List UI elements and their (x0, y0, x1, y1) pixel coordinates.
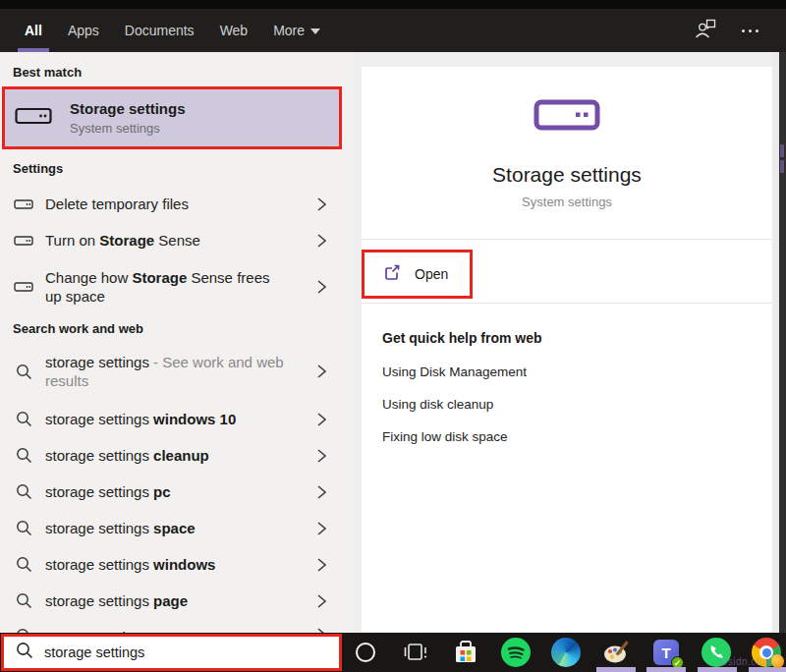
best-match-subtitle: System settings (70, 121, 186, 136)
chevron-right-icon (316, 197, 326, 211)
web-suggestion-label: storage settings windows (45, 555, 288, 574)
search-icon (13, 556, 34, 573)
taskbar-search-box[interactable] (1, 634, 342, 671)
tab-web-label: Web (220, 23, 249, 38)
web-suggestion-page[interactable]: storage settings page (0, 583, 354, 619)
settings-item-change-how-storage-sense-frees-up-space[interactable]: Change how Storage Sense frees up space (0, 258, 354, 315)
storage-drive-icon (13, 281, 34, 293)
chevron-right-icon (316, 449, 326, 463)
search-input[interactable] (44, 644, 339, 660)
settings-section-header: Settings (13, 161, 354, 177)
search-icon (13, 520, 34, 536)
web-suggestion-label: storage settings - See work and web resu… (45, 353, 288, 390)
web-suggestion-label: storage settings windows 10 (45, 410, 288, 428)
web-suggestion-label: storage settings pc (45, 482, 288, 501)
running-indicator (596, 667, 636, 672)
tab-all-label: All (25, 23, 42, 38)
web-suggestion-label: storage settings space (45, 519, 288, 537)
chevron-right-icon (316, 413, 326, 426)
web-suggestion-cleanup[interactable]: storage settings cleanup (0, 437, 354, 474)
settings-item-delete-temporary-files[interactable]: Delete temporary files (0, 186, 354, 222)
teams-icon[interactable]: T✓ (650, 637, 682, 668)
watermark-text: wsidn.club (720, 656, 771, 667)
web-suggestion-windows-10[interactable]: storage settings windows 10 (0, 401, 354, 437)
chevron-right-icon (316, 522, 326, 535)
search-filter-tabs: All Apps Documents Web More (0, 9, 327, 52)
web-suggestion-windows[interactable]: storage settings windows (0, 546, 354, 583)
tab-all[interactable]: All (18, 9, 49, 52)
search-top-bar: All Apps Documents Web More (0, 0, 786, 52)
cortana-icon[interactable] (350, 637, 381, 668)
preview-title: Storage settings (362, 163, 772, 187)
tab-more[interactable]: More (266, 9, 327, 52)
help-link-disk-management[interactable]: Using Disk Management (382, 364, 527, 379)
window-edge-strip (779, 52, 786, 633)
web-suggestion-space[interactable]: storage settings space (0, 510, 354, 546)
preview-card: Storage settings System settings Open Ge… (362, 67, 772, 632)
chevron-right-icon (316, 485, 326, 499)
web-suggestion-label: storage settings cleanup (45, 446, 288, 465)
storage-drive-icon (13, 235, 34, 247)
help-link-disk-cleanup[interactable]: Using disk cleanup (382, 397, 493, 412)
storage-drive-icon (15, 105, 52, 131)
task-view-icon[interactable] (400, 637, 431, 668)
settings-item-label: Turn on Storage Sense (45, 231, 288, 250)
chevron-down-icon (310, 28, 320, 34)
storage-drive-large-icon (362, 98, 772, 132)
help-link-low-disk-space[interactable]: Fixing low disk space (382, 429, 508, 444)
result-preview-panel: Storage settings System settings Open Ge… (354, 52, 786, 633)
running-indicator (749, 667, 786, 672)
notification-overlay (771, 654, 784, 668)
chevron-right-icon (316, 234, 326, 248)
open-button[interactable]: Open (362, 250, 473, 299)
open-button-label: Open (415, 266, 448, 282)
search-results-panel: Best match Storage settings System setti… (0, 52, 354, 633)
settings-item-turn-on-storage-sense[interactable]: Turn on Storage Sense (0, 222, 354, 258)
best-match-result-storage-settings[interactable]: Storage settings System settings (2, 86, 342, 149)
web-suggestion-see-results[interactable]: storage settings - See work and web resu… (0, 346, 354, 397)
ellipsis-menu-icon[interactable] (742, 29, 758, 32)
tab-apps[interactable]: Apps (61, 9, 106, 52)
search-icon (13, 364, 34, 380)
search-icon (16, 642, 33, 663)
tab-more-label: More (273, 23, 305, 38)
search-icon (13, 411, 34, 427)
divider (362, 239, 772, 240)
edge-icon[interactable] (550, 637, 582, 668)
chevron-right-icon (316, 280, 326, 294)
settings-item-label: Delete temporary files (45, 195, 288, 213)
divider (362, 303, 772, 304)
tab-documents[interactable]: Documents (118, 9, 201, 52)
search-icon (13, 483, 34, 500)
search-icon (13, 447, 34, 464)
web-suggestion-label: storage settings page (45, 591, 288, 610)
tab-documents-label: Documents (125, 23, 195, 38)
spotify-icon[interactable] (500, 637, 532, 668)
search-icon (13, 592, 34, 609)
preview-subtitle: System settings (362, 195, 772, 209)
tab-apps-label: Apps (68, 23, 99, 38)
storage-drive-icon (13, 198, 34, 210)
running-indicator (698, 667, 737, 672)
best-match-header: Best match (13, 65, 354, 81)
feedback-person-icon[interactable] (695, 19, 716, 42)
paint-3d-icon[interactable] (600, 637, 632, 668)
chevron-right-icon (316, 594, 326, 608)
quick-help-header: Get quick help from web (382, 330, 542, 346)
open-external-icon (383, 263, 401, 285)
tab-web[interactable]: Web (213, 9, 255, 52)
settings-item-label: Change how Storage Sense frees up space (45, 268, 288, 306)
search-web-section-header: Search work and web (13, 321, 354, 337)
chevron-right-icon (316, 364, 326, 378)
running-indicator (646, 667, 686, 672)
best-match-title: Storage settings (70, 100, 186, 117)
chevron-right-icon (316, 558, 326, 572)
microsoft-store-icon[interactable] (450, 637, 481, 668)
web-suggestion-pc[interactable]: storage settings pc (0, 474, 354, 510)
web-suggestion-partially-hidden[interactable]: storage settings (0, 619, 354, 634)
